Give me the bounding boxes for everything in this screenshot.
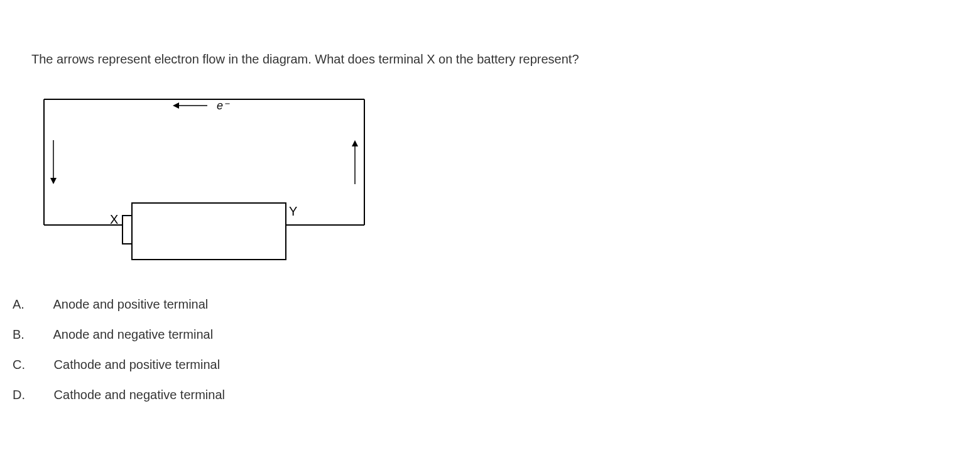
battery-terminal-x (122, 216, 132, 244)
arrow-left-head (50, 178, 57, 184)
option-letter: D. (31, 388, 50, 402)
option-text: Anode and negative terminal (53, 327, 213, 341)
option-text: Cathode and positive terminal (54, 358, 220, 371)
option-text: Anode and positive terminal (53, 297, 208, 311)
option-a[interactable]: A. Anode and positive terminal (31, 297, 949, 312)
option-c[interactable]: C. Cathode and positive terminal (31, 358, 949, 372)
terminal-y-label: Y (289, 204, 297, 218)
option-letter: B. (31, 327, 50, 342)
option-letter: C. (31, 358, 50, 372)
arrow-top-head (173, 102, 179, 109)
option-b[interactable]: B. Anode and negative terminal (31, 327, 949, 342)
option-text: Cathode and negative terminal (54, 388, 225, 402)
battery-body (132, 203, 286, 260)
answer-options: A. Anode and positive terminal B. Anode … (31, 297, 949, 402)
electron-label: e⁻ (217, 99, 230, 112)
terminal-x-label: X (110, 212, 118, 226)
option-d[interactable]: D. Cathode and negative terminal (31, 388, 949, 402)
option-letter: A. (31, 297, 50, 312)
circuit-diagram: X Y e⁻ (38, 93, 949, 272)
circuit-svg: X Y e⁻ (38, 93, 377, 269)
question-text: The arrows represent electron flow in th… (31, 50, 949, 68)
arrow-right-head (352, 140, 358, 146)
